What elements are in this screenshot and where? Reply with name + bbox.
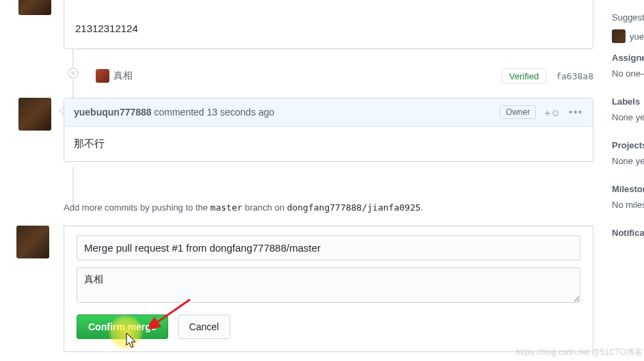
comment-header: yuebuqun777888 commented 13 seconds ago … [64, 98, 593, 126]
sidebar-milestone-value: No miles [612, 200, 644, 210]
repo-name: dongfang777888/jianfa0925 [287, 202, 421, 213]
commit-timeline-icon [68, 68, 79, 79]
comment-author[interactable]: yuebuqun777888 [74, 107, 152, 118]
commit-sha[interactable]: fa638a8 [556, 71, 593, 81]
owner-badge: Owner [500, 105, 536, 119]
merge-description-input[interactable] [77, 267, 580, 303]
comment-timestamp[interactable]: 13 seconds ago [207, 107, 275, 118]
cancel-button[interactable]: Cancel [178, 315, 231, 339]
sidebar-projects-label[interactable]: Projects [612, 140, 644, 150]
avatar [612, 29, 626, 43]
comment-body: 21312312124 [64, 0, 593, 45]
sidebar-milestone-label[interactable]: Milestone [612, 184, 644, 194]
sidebar-suggested-label: Suggest [612, 12, 644, 23]
comment-action: commented [155, 107, 204, 118]
comment-box: 21312312124 [64, 0, 593, 49]
avatar [16, 226, 49, 258]
comment-box: yuebuqun777888 commented 13 seconds ago … [64, 98, 593, 162]
avatar [18, 98, 51, 131]
watermark: https://blog.csdn.net @51CTO博客 [516, 347, 643, 358]
sidebar-labels-label[interactable]: Labels [612, 96, 644, 107]
sidebar-assignees-label[interactable]: Assignees [612, 53, 644, 63]
merge-title-input[interactable] [77, 235, 580, 260]
comment-menu-button[interactable]: ••• [569, 107, 583, 118]
add-reaction-button[interactable]: +☺ [543, 107, 562, 118]
commit-row: 真相 Verified fa638a8 [96, 66, 593, 85]
avatar [96, 69, 109, 83]
verified-badge[interactable]: Verified [502, 68, 546, 84]
sidebar-projects-value: None ye [612, 156, 644, 166]
sidebar-notifications-label[interactable]: Notifications [612, 228, 644, 238]
confirm-merge-button[interactable]: Confirm merge [77, 315, 168, 339]
sidebar-labels-value: None ye [612, 112, 644, 122]
branch-name: master [211, 202, 243, 213]
sidebar-assignees-value[interactable]: No one— [612, 68, 644, 79]
comment-caret [53, 105, 64, 116]
push-commits-hint: Add more commits by pushing to the maste… [64, 202, 423, 213]
comment-body: 那不行 [64, 126, 593, 161]
commit-message[interactable]: 真相 [113, 70, 133, 82]
merge-confirm-panel: Confirm merge Cancel [64, 226, 593, 352]
sidebar-suggested-user[interactable]: yue [630, 31, 644, 42]
avatar [18, 0, 51, 15]
timeline-line [72, 167, 74, 208]
